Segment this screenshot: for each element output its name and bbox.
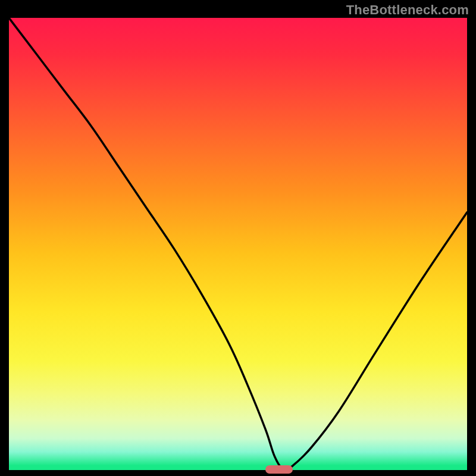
chart-plot-area [9, 18, 467, 470]
chart-background-gradient [9, 18, 467, 470]
watermark-text: TheBottleneck.com [346, 2, 469, 18]
optimum-marker [265, 465, 293, 474]
